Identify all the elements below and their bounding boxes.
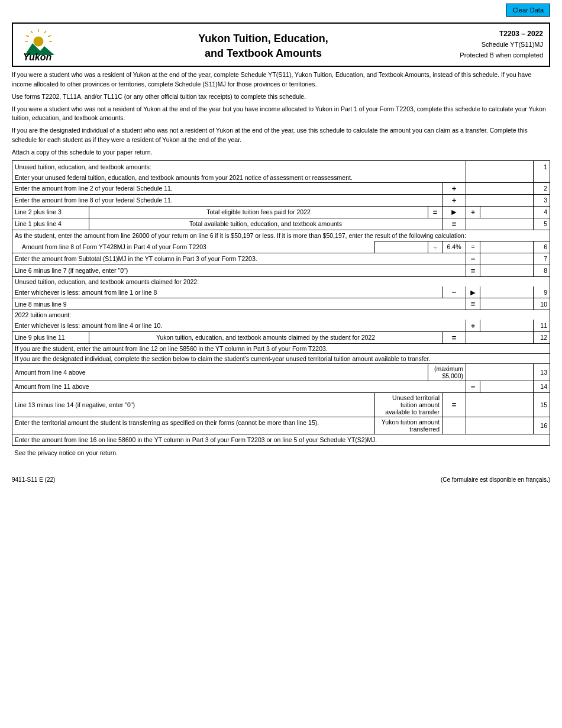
calc-input[interactable] xyxy=(375,241,428,252)
row5: Line 1 plus line 4 Total available tuiti… xyxy=(12,218,550,230)
privacy-note: See the privacy notice on your return. xyxy=(12,445,550,459)
row16-label: Enter the territorial amount the student… xyxy=(12,417,375,434)
row13-num: 13 xyxy=(534,363,550,381)
row8-num: 8 xyxy=(534,265,550,276)
row2-input-cell[interactable] xyxy=(466,182,534,194)
row15-num: 15 xyxy=(534,392,550,417)
calc-input-cell[interactable] xyxy=(375,241,428,253)
row12-input[interactable] xyxy=(466,332,533,343)
row8-input[interactable] xyxy=(480,265,533,276)
row5-input[interactable] xyxy=(466,218,533,229)
row10: Line 8 minus line 9 = 10 xyxy=(12,298,550,310)
unused-2022-label: Unused tuition, education, and textbook … xyxy=(12,276,550,286)
row8-input-cell[interactable] xyxy=(480,265,534,276)
schedule-name: Schedule YT(S11)MJ xyxy=(448,40,543,50)
row9-arrow: ► xyxy=(466,286,480,298)
row13-input-cell[interactable] xyxy=(466,363,534,381)
tuition-2022-label: 2022 tuition amount: xyxy=(12,310,550,320)
row15-input-cell[interactable] xyxy=(466,392,534,417)
row7-minus: − xyxy=(466,253,480,265)
footer-center: (Ce formulaire est disponible en françai… xyxy=(441,476,550,483)
row14: Amount from line 11 above − 14 xyxy=(12,381,550,392)
protected-label: Protected B when completed xyxy=(448,50,543,61)
row9-label: Enter whichever is less: amount from lin… xyxy=(12,286,443,298)
calc-sub-row: Amount from line 8 of Form YT428MJ in Pa… xyxy=(12,241,550,253)
calc-equals-sign: = xyxy=(466,241,480,253)
svg-text:Yukon: Yukon xyxy=(23,52,52,61)
row4-input-cell[interactable] xyxy=(480,206,534,218)
form-header: Yukon Yukon Tuition, Education, and Text… xyxy=(12,22,550,67)
row10-equals: = xyxy=(466,298,480,310)
unused-section-label: Unused tuition, education, and textbook … xyxy=(12,161,466,173)
row15: Line 13 minus line 14 (if negative, ente… xyxy=(12,392,550,417)
calc-divisor: ÷ xyxy=(428,241,443,253)
row1-spacer xyxy=(466,173,534,183)
row3-num: 3 xyxy=(534,194,550,206)
row15-mid: Unused territorial tuition amount availa… xyxy=(375,392,443,417)
line1-input-cell[interactable] xyxy=(466,161,534,173)
row15-equals: = xyxy=(443,392,466,417)
row9-input[interactable] xyxy=(480,287,533,298)
row8: Line 6 minus line 7 (if negative, enter … xyxy=(12,265,550,276)
row9: Enter whichever is less: amount from lin… xyxy=(12,286,550,298)
row4-arrow: ► xyxy=(443,206,466,218)
row4-label: Line 2 plus line 3 xyxy=(12,206,89,218)
unused-section-label-row: Unused tuition, education, and textbook … xyxy=(12,161,550,173)
row2-input[interactable] xyxy=(466,183,533,194)
row6-input-cell[interactable] xyxy=(480,241,534,253)
row13-mid: (maximum $5,000) xyxy=(428,363,466,381)
row7-num: 7 xyxy=(534,253,550,265)
line1-input[interactable] xyxy=(466,162,533,172)
intro-p1: If you were a student who was a resident… xyxy=(12,70,550,89)
note-row16-text: Enter the amount from line 16 on line 58… xyxy=(12,434,550,445)
intro-p3: If you were a student who was not a resi… xyxy=(12,105,550,124)
row11-input[interactable] xyxy=(480,320,533,331)
row12-mid: Yukon tuition, education, and textbook a… xyxy=(89,331,443,343)
clear-data-button[interactable]: Clear Data xyxy=(506,4,550,17)
row13-input[interactable] xyxy=(466,367,533,378)
row14-num: 14 xyxy=(534,381,550,392)
form-info: T2203 – 2022 Schedule YT(S11)MJ Protecte… xyxy=(448,28,543,60)
row9-input-cell[interactable] xyxy=(480,286,534,298)
row4: Line 2 plus line 3 Total eligible tuitio… xyxy=(12,206,550,218)
row4-input[interactable] xyxy=(480,207,533,217)
form-title: Yukon Tuition, Education, and Textbook A… xyxy=(78,28,448,61)
row4-mid: Total eligible tuition fees paid for 202… xyxy=(89,206,428,218)
row2-num: 2 xyxy=(534,182,550,194)
row12-input-cell[interactable] xyxy=(466,331,534,343)
row2: Enter the amount from line 2 of your fed… xyxy=(12,182,550,194)
row14-input[interactable] xyxy=(480,381,533,392)
calc-section-label: As the student, enter the amount from li… xyxy=(12,230,550,241)
row3-input[interactable] xyxy=(466,195,533,205)
row14-label: Amount from line 11 above xyxy=(12,381,466,392)
row7-input[interactable] xyxy=(480,253,533,264)
row7-input-cell[interactable] xyxy=(480,253,534,265)
row14-input-cell[interactable] xyxy=(480,381,534,392)
row10-input[interactable] xyxy=(480,299,533,310)
row13: Amount from line 4 above (maximum $5,000… xyxy=(12,363,550,381)
row10-num: 10 xyxy=(534,298,550,310)
row10-input-cell[interactable] xyxy=(480,298,534,310)
row11-num: 11 xyxy=(534,320,550,331)
unused-2022-row: Unused tuition, education, and textbook … xyxy=(12,276,550,286)
intro-section: If you were a student who was a resident… xyxy=(12,70,550,157)
row12-label: Line 9 plus line 11 xyxy=(12,331,89,343)
row5-input-cell[interactable] xyxy=(466,218,534,230)
calc-rate: 6.4% xyxy=(443,241,466,253)
row3-input-cell[interactable] xyxy=(466,194,534,206)
row11-input-cell[interactable] xyxy=(480,320,534,331)
row15-input[interactable] xyxy=(466,400,533,410)
row10-label: Line 8 minus line 9 xyxy=(12,298,466,310)
row11-plus: + xyxy=(466,320,480,331)
form-table: Unused tuition, education, and textbook … xyxy=(12,160,550,459)
row16-mid: Yukon tuition amount transferred xyxy=(375,417,443,434)
row16-input[interactable] xyxy=(466,420,533,431)
row6-input[interactable] xyxy=(480,241,533,252)
svg-line-2 xyxy=(48,36,51,37)
row16: Enter the territorial amount the student… xyxy=(12,417,550,434)
note-row12-text: If you are the student, enter the amount… xyxy=(12,343,550,353)
footer-left: 9411-S11 E (22) xyxy=(12,476,55,483)
svg-line-4 xyxy=(26,36,29,37)
row16-input-cell[interactable] xyxy=(466,417,534,434)
row12-num: 12 xyxy=(534,331,550,343)
